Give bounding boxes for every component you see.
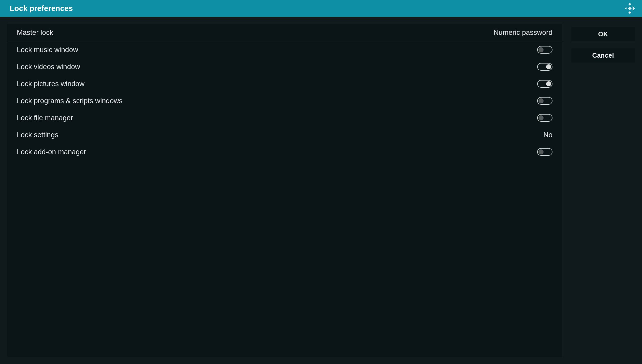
setting-label: Lock pictures window (17, 80, 84, 88)
setting-label: Lock programs & scripts windows (17, 97, 122, 105)
setting-label: Lock file manager (17, 114, 73, 122)
toggle-switch[interactable] (537, 114, 552, 122)
setting-value: Numeric password (493, 28, 552, 37)
settings-panel: Master lock Numeric password Lock music … (7, 24, 562, 357)
toggle-switch[interactable] (537, 63, 552, 71)
dialog-buttons: OK Cancel (571, 24, 635, 357)
dialog-header: Lock preferences (0, 0, 642, 17)
ok-button[interactable]: OK (571, 27, 635, 41)
kodi-logo-icon (624, 2, 636, 14)
dialog-body: Master lock Numeric password Lock music … (0, 17, 642, 364)
setting-lock-file-manager[interactable]: Lock file manager (7, 109, 562, 126)
setting-lock-videos-window[interactable]: Lock videos window (7, 58, 562, 75)
svg-marker-1 (629, 3, 631, 6)
svg-marker-3 (625, 7, 627, 9)
setting-label: Lock settings (17, 131, 58, 139)
toggle-switch[interactable] (537, 46, 552, 54)
setting-label: Lock videos window (17, 63, 80, 71)
toggle-switch[interactable] (537, 80, 552, 88)
setting-lock-settings[interactable]: Lock settings No (7, 126, 562, 143)
setting-label: Lock music window (17, 46, 78, 54)
svg-marker-0 (628, 7, 632, 10)
setting-label: Master lock (17, 28, 53, 37)
svg-marker-2 (629, 11, 631, 14)
setting-lock-addon-manager[interactable]: Lock add-on manager (7, 143, 562, 160)
setting-lock-programs-scripts-windows[interactable]: Lock programs & scripts windows (7, 92, 562, 109)
setting-value: No (543, 131, 552, 139)
svg-marker-4 (633, 6, 635, 11)
toggle-switch[interactable] (537, 148, 552, 156)
toggle-switch[interactable] (537, 97, 552, 105)
setting-label: Lock add-on manager (17, 148, 86, 156)
setting-master-lock[interactable]: Master lock Numeric password (7, 24, 562, 41)
cancel-button[interactable]: Cancel (571, 48, 635, 62)
setting-lock-music-window[interactable]: Lock music window (7, 41, 562, 58)
dialog-title: Lock preferences (10, 4, 73, 13)
setting-lock-pictures-window[interactable]: Lock pictures window (7, 75, 562, 92)
